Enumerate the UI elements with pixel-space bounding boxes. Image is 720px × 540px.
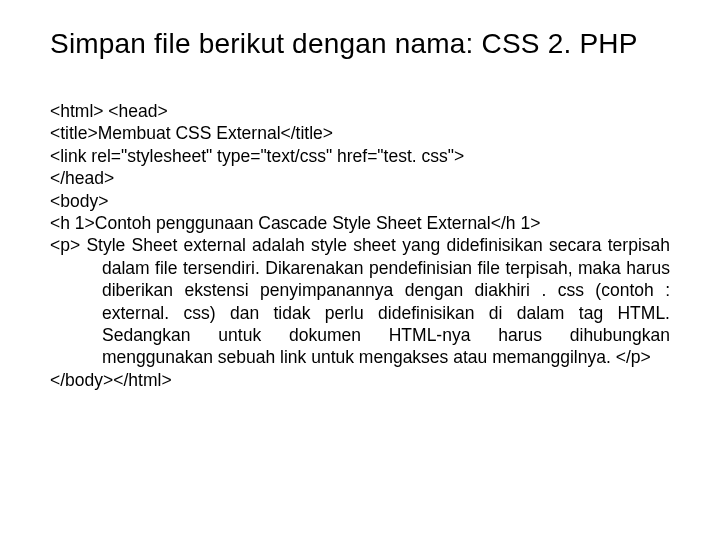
- code-line: </head>: [50, 167, 670, 189]
- slide: Simpan file berikut dengan nama: CSS 2. …: [0, 0, 720, 540]
- slide-title: Simpan file berikut dengan nama: CSS 2. …: [50, 28, 670, 60]
- code-line: <title>Membuat CSS External</title>: [50, 122, 670, 144]
- code-line: <body>: [50, 190, 670, 212]
- code-listing: <html> <head> <title>Membuat CSS Externa…: [50, 100, 670, 391]
- code-line: </body></html>: [50, 369, 670, 391]
- code-line: <h 1>Contoh penggunaan Cascade Style She…: [50, 212, 670, 234]
- code-line: <link rel="stylesheet" type="text/css" h…: [50, 145, 670, 167]
- code-paragraph: <p> Style Sheet external adalah style sh…: [50, 234, 670, 368]
- code-line: <html> <head>: [50, 100, 670, 122]
